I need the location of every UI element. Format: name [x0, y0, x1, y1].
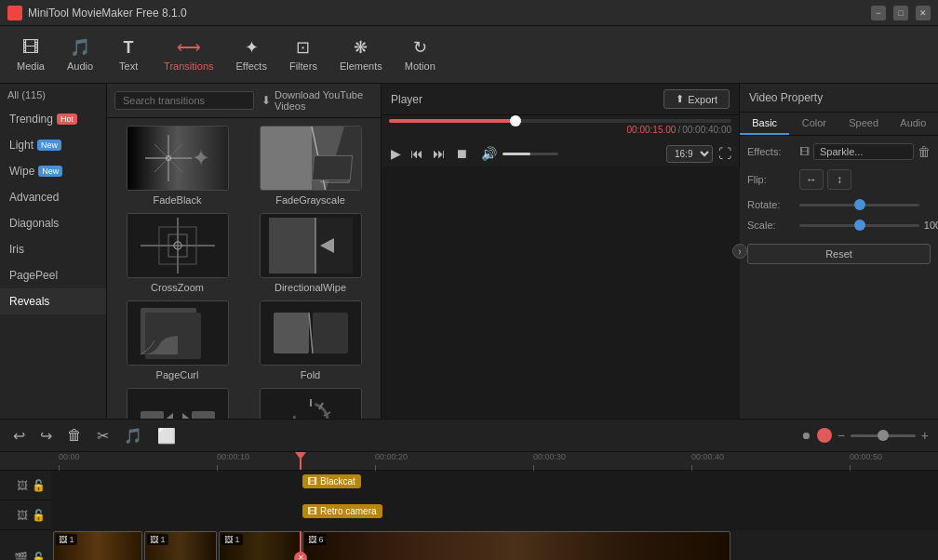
retrocamera-icon: 🎞: [308, 506, 317, 516]
export-label: Export: [688, 94, 717, 105]
toolbar-effects[interactable]: ✦ Effects: [227, 33, 276, 75]
pagecurl-label: PageCurl: [156, 369, 199, 380]
transition-fold[interactable]: Fold: [248, 300, 373, 380]
minimize-button[interactable]: −: [871, 6, 886, 20]
transition-spinner[interactable]: [248, 388, 373, 419]
toolbar-elements[interactable]: ❋ Elements: [330, 33, 392, 75]
sidebar-item-trending[interactable]: Trending Hot: [0, 106, 106, 132]
split-marker: ✕ Split: [300, 531, 302, 561]
close-button[interactable]: ✕: [916, 6, 931, 20]
sidebar-item-light[interactable]: Light New: [0, 132, 106, 158]
progress-fill: [389, 119, 516, 123]
video-clip-2[interactable]: 🖼 1: [144, 531, 217, 561]
fadeblack-label: FadeBlack: [154, 194, 202, 206]
crosszoom-label: CrossZoom: [151, 282, 204, 293]
toolbar-text[interactable]: T Text: [106, 34, 151, 75]
svg-rect-27: [192, 411, 215, 419]
prev-button[interactable]: ⏮: [409, 144, 425, 163]
wipe-label: Wipe: [9, 165, 34, 178]
transition-directionalwipe[interactable]: DirectionalWipe: [248, 213, 373, 293]
sidebar-item-reveals[interactable]: Reveals: [0, 288, 106, 314]
video-clip-1[interactable]: 🖼 1: [53, 531, 142, 561]
progress-handle[interactable]: [510, 115, 521, 127]
tab-basic[interactable]: Basic: [740, 113, 789, 135]
video-track-lock[interactable]: 🔓: [32, 552, 46, 561]
delete-button[interactable]: 🗑: [63, 425, 86, 446]
toolbar-media[interactable]: 🎞 Media: [7, 34, 54, 75]
effect-tag-retrocamera[interactable]: 🎞 Retro camera: [302, 504, 382, 518]
flip-vertical-button[interactable]: ↕: [827, 169, 851, 190]
tab-speed[interactable]: Speed: [839, 113, 889, 135]
sidebar-item-pagepeel[interactable]: PagePeel: [0, 262, 106, 288]
tab-audio[interactable]: Audio: [889, 113, 938, 135]
stop-button[interactable]: ⏹: [453, 144, 470, 163]
toolbar-filters[interactable]: ⊡ Filters: [280, 33, 327, 75]
transition-pagecurl[interactable]: PageCurl: [114, 300, 240, 380]
flip-horizontal-button[interactable]: ↔: [799, 169, 824, 190]
scale-value: 100 %: [923, 220, 938, 231]
transition-fadeblack[interactable]: FadeBlack: [114, 126, 240, 206]
toolbar-transitions-label: Transitions: [164, 60, 213, 72]
scale-slider[interactable]: [799, 224, 919, 227]
track-2-lock[interactable]: 🔓: [32, 509, 46, 522]
crop-button[interactable]: ⬜: [154, 425, 180, 447]
ruler-ticks: 00:0000:00:1000:00:2000:00:3000:00:4000:…: [59, 452, 931, 471]
zoom-out-button[interactable]: −: [838, 428, 845, 443]
fullscreen-button[interactable]: ⛶: [718, 146, 731, 161]
video-clip-3[interactable]: 🖼 1: [219, 531, 301, 561]
rotate-slider[interactable]: [799, 204, 919, 207]
delete-effect-button[interactable]: 🗑: [918, 144, 931, 159]
split-dot[interactable]: ✕: [294, 552, 307, 561]
export-button[interactable]: ⬆ Export: [663, 89, 730, 109]
toolbar-transitions[interactable]: ⟷ Transitions: [154, 33, 222, 75]
dirwipe-icon: [269, 218, 353, 273]
current-time: 00:00:15.00: [627, 125, 677, 135]
track-2-content: 🎞 Retro camera: [51, 500, 938, 530]
toolbar-elements-label: Elements: [340, 60, 382, 72]
track-2-icon[interactable]: 🖼: [17, 509, 28, 522]
transition-crosszoom[interactable]: CrossZoom: [114, 213, 240, 293]
reset-button[interactable]: Reset: [747, 244, 931, 264]
toolbar-motion[interactable]: ↻ Motion: [395, 33, 445, 75]
transition-arrows[interactable]: [114, 388, 240, 419]
volume-icon[interactable]: 🔊: [479, 144, 499, 163]
sidebar-item-advanced[interactable]: Advanced: [0, 184, 106, 210]
download-yt-button[interactable]: ⬇ Download YouTube Videos: [261, 89, 373, 112]
effect-tag-blackcat[interactable]: 🎞 Blackcat: [302, 474, 361, 488]
maximize-button[interactable]: □: [893, 6, 908, 20]
sidebar-item-diagonals[interactable]: Diagonals: [0, 210, 106, 236]
zoom-slider[interactable]: [851, 434, 916, 437]
track-1-lock[interactable]: 🔓: [32, 479, 46, 492]
tab-color[interactable]: Color: [789, 113, 838, 135]
cut-button[interactable]: ✂: [93, 425, 113, 447]
track-1-icon[interactable]: 🖼: [17, 479, 28, 492]
track-1-content: 🎞 Blackcat: [51, 471, 938, 500]
undo-button[interactable]: ↩: [9, 425, 29, 447]
crosszoom-icon: [141, 218, 215, 273]
sidebar-item-iris[interactable]: Iris: [0, 236, 106, 262]
trending-label: Trending: [9, 113, 53, 126]
record-button[interactable]: [817, 428, 832, 443]
video-property-content: Effects: 🎞 Sparkle... 🗑 Flip: ↔ ↕ Rotate…: [740, 136, 938, 419]
video-clip-4[interactable]: 🖼 6: [302, 531, 730, 561]
zoom-in-button[interactable]: +: [921, 428, 929, 443]
svg-line-23: [309, 313, 313, 353]
svg-marker-25: [164, 413, 173, 419]
video-track-icon[interactable]: 🎬: [14, 552, 28, 561]
sidebar-all-label: All (115): [7, 89, 46, 100]
volume-bar[interactable]: [502, 153, 558, 155]
transition-fadegrayscale[interactable]: FadeGrayscale: [248, 126, 373, 206]
detach-audio-button[interactable]: 🎵: [120, 425, 146, 447]
track-row-1: 🖼 🔓 🎞 Blackcat: [0, 471, 938, 500]
collapse-panel-button[interactable]: ›: [732, 244, 747, 259]
aspect-ratio-select[interactable]: 16:9 9:16 1:1 4:3: [666, 145, 713, 163]
light-new-badge: New: [37, 140, 61, 151]
redo-button[interactable]: ↪: [36, 425, 56, 447]
progress-bar[interactable]: [389, 119, 731, 123]
search-input[interactable]: [114, 91, 254, 110]
effects-icon: ✦: [245, 37, 259, 58]
next-button[interactable]: ⏭: [431, 144, 448, 163]
sidebar-item-wipe[interactable]: Wipe New: [0, 158, 106, 184]
toolbar-audio[interactable]: 🎵 Audio: [58, 33, 102, 75]
play-button[interactable]: ▶: [389, 144, 403, 163]
